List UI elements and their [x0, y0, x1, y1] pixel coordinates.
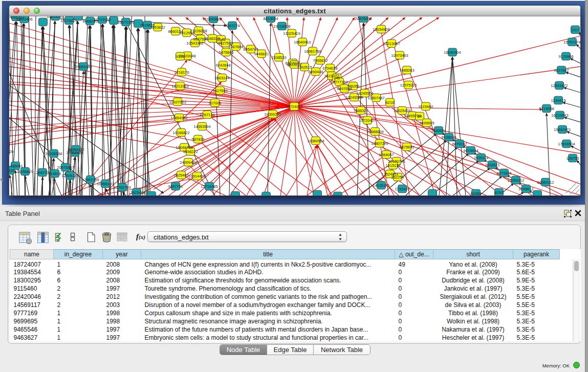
svg-text:1733426: 1733426 [395, 187, 409, 191]
svg-text:11156829: 11156829 [17, 169, 33, 174]
svg-text:19384554: 19384554 [307, 139, 324, 143]
svg-text:17916504: 17916504 [558, 142, 575, 146]
svg-text:12505135: 12505135 [61, 173, 78, 178]
svg-text:12093872: 12093872 [551, 83, 568, 88]
svg-text:10654112: 10654112 [537, 180, 554, 185]
svg-text:9129966: 9129966 [558, 54, 573, 59]
svg-text:18640910: 18640910 [294, 40, 311, 45]
svg-text:16914479: 16914479 [188, 174, 205, 179]
svg-text:15751074: 15751074 [563, 40, 580, 45]
svg-text:14353594: 14353594 [193, 124, 210, 129]
svg-text:5215958: 5215958 [539, 106, 554, 111]
svg-text:10973493: 10973493 [391, 53, 408, 58]
svg-text:10688609: 10688609 [366, 129, 383, 134]
svg-text:12923448: 12923448 [329, 194, 346, 196]
svg-text:1015132: 1015132 [385, 163, 400, 168]
svg-text:126753: 126753 [566, 156, 579, 161]
svg-text:9391: 9391 [176, 54, 185, 59]
svg-text:10107553: 10107553 [169, 100, 186, 104]
svg-text:12213363: 12213363 [171, 84, 188, 89]
svg-text:252254: 252254 [391, 175, 404, 180]
svg-text:18807249: 18807249 [371, 141, 388, 146]
svg-text:10025438: 10025438 [394, 108, 410, 113]
svg-text:7663822: 7663822 [150, 25, 165, 30]
svg-text:26260520: 26260520 [9, 149, 14, 154]
svg-text:6990446: 6990446 [308, 70, 323, 74]
svg-text:587833: 587833 [191, 137, 204, 142]
svg-text:10719155: 10719155 [94, 17, 111, 22]
svg-text:9446821: 9446821 [254, 52, 269, 56]
svg-text:8938923: 8938923 [441, 135, 456, 140]
svg-text:8267130: 8267130 [200, 113, 214, 117]
svg-text:92450: 92450 [471, 191, 482, 196]
svg-text:12923448: 12923448 [128, 190, 145, 195]
svg-text:19654932: 19654932 [170, 116, 187, 120]
svg-text:16210643: 16210643 [551, 113, 568, 118]
svg-text:6879197: 6879197 [452, 142, 467, 146]
svg-text:16671355: 16671355 [117, 20, 134, 25]
svg-text:7955812: 7955812 [313, 58, 328, 63]
svg-text:8813054: 8813054 [263, 16, 278, 21]
svg-text:16458422: 16458422 [67, 147, 84, 152]
svg-text:18300295: 18300295 [264, 112, 281, 117]
svg-text:9474444: 9474444 [463, 148, 478, 153]
svg-text:24099489: 24099489 [180, 160, 197, 165]
svg-text:9115460: 9115460 [419, 104, 433, 109]
svg-text:114519: 114519 [49, 171, 61, 176]
svg-text:39154: 39154 [9, 168, 15, 173]
svg-text:9427552: 9427552 [212, 89, 227, 93]
svg-text:2367608: 2367608 [228, 45, 243, 49]
svg-text:16040904: 16040904 [444, 50, 461, 55]
svg-text:9975692: 9975692 [399, 145, 414, 149]
svg-text:20975867: 20975867 [57, 165, 74, 170]
svg-text:746266: 746266 [346, 84, 359, 89]
svg-text:7386322: 7386322 [353, 108, 368, 113]
svg-text:15276021: 15276021 [60, 18, 77, 23]
svg-text:29053346: 29053346 [75, 64, 92, 69]
svg-text:14136141: 14136141 [373, 183, 389, 188]
svg-text:10958107: 10958107 [97, 182, 114, 186]
svg-text:1244415: 1244415 [551, 98, 565, 103]
svg-text:18245554: 18245554 [345, 95, 362, 100]
svg-text:10543362: 10543362 [186, 41, 203, 46]
svg-text:7632621: 7632621 [485, 163, 499, 167]
svg-text:1435061: 1435061 [9, 164, 23, 168]
svg-text:18245554: 18245554 [356, 91, 373, 96]
svg-text:7485063: 7485063 [399, 68, 414, 73]
svg-text:16961758: 16961758 [304, 49, 321, 54]
svg-text:9084067: 9084067 [379, 152, 394, 157]
svg-text:20876052: 20876052 [355, 16, 372, 21]
svg-text:9245612: 9245612 [518, 187, 533, 191]
svg-text:2718176: 2718176 [174, 70, 189, 75]
svg-text:23226058: 23226058 [190, 29, 207, 33]
svg-text:10033809: 10033809 [205, 17, 222, 21]
svg-text:9457791: 9457791 [168, 184, 183, 189]
svg-text:6794028: 6794028 [322, 66, 337, 71]
svg-text:12975115: 12975115 [400, 83, 417, 87]
svg-text:16054112: 16054112 [508, 178, 525, 183]
svg-text:8793: 8793 [495, 190, 504, 195]
svg-text:5498222: 5498222 [183, 149, 198, 154]
svg-text:9242848: 9242848 [215, 63, 230, 68]
svg-text:12213967: 12213967 [383, 41, 400, 46]
svg-text:1362615: 1362615 [297, 65, 312, 70]
svg-text:64: 64 [418, 114, 422, 119]
svg-text:2803144: 2803144 [214, 76, 229, 80]
svg-text:19777169: 19777169 [331, 80, 347, 84]
svg-text:2935114: 2935114 [474, 156, 489, 160]
svg-text:1538520: 1538520 [271, 55, 286, 60]
svg-text:16782759: 16782759 [114, 185, 130, 190]
svg-text:10807487: 10807487 [367, 96, 384, 100]
svg-text:1117: 1117 [571, 28, 579, 32]
svg-text:8471626: 8471626 [496, 171, 511, 176]
svg-text:13325419: 13325419 [283, 31, 300, 36]
svg-text:19218506: 19218506 [273, 24, 290, 29]
svg-text:9699695: 9699695 [419, 121, 434, 125]
svg-text:8454749: 8454749 [243, 47, 258, 52]
svg-text:18724007: 18724007 [286, 104, 302, 109]
svg-text:6216: 6216 [386, 100, 395, 105]
svg-text:7357274: 7357274 [225, 24, 239, 28]
svg-text:1640954: 1640954 [431, 128, 446, 133]
svg-text:15720407: 15720407 [359, 118, 376, 123]
svg-text:15692971: 15692971 [554, 127, 571, 132]
